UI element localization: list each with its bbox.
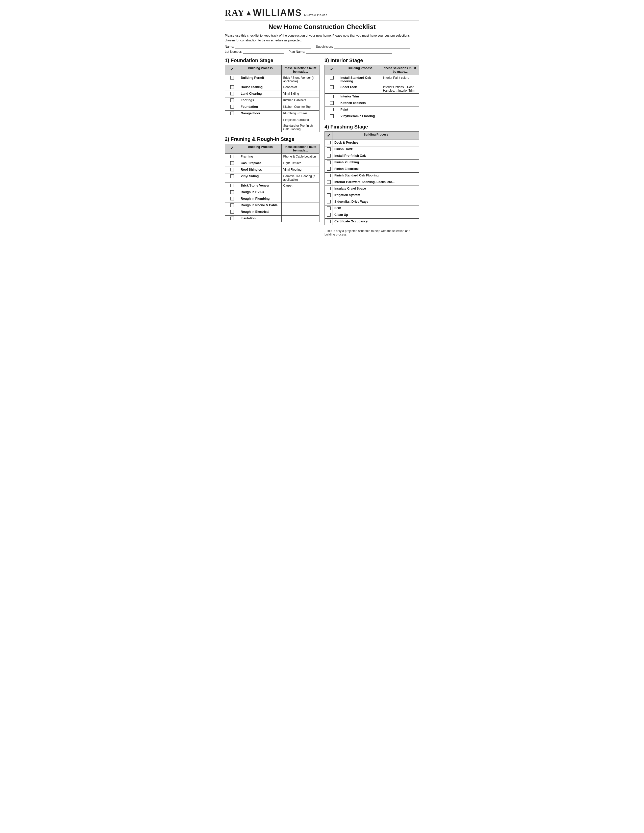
checkbox[interactable] xyxy=(327,148,331,151)
selection-cell: Roof color xyxy=(282,84,319,91)
process-cell: Insulation xyxy=(239,215,282,222)
checkbox[interactable] xyxy=(327,141,331,145)
process-cell: Footings xyxy=(239,97,282,104)
finishing-row: Finish HAVC xyxy=(325,146,419,153)
checkbox[interactable] xyxy=(327,213,331,217)
name-input[interactable] xyxy=(235,45,311,48)
subdivision-label: Subdivision: xyxy=(316,45,333,48)
framing-row: Rough In Electrical xyxy=(225,209,319,215)
checkbox[interactable] xyxy=(327,220,331,223)
foundation-row: Fireplace Surround xyxy=(225,117,319,123)
process-cell xyxy=(239,117,282,123)
checkbox[interactable] xyxy=(327,206,331,210)
checkbox[interactable] xyxy=(230,168,234,171)
selection-cell xyxy=(282,209,319,215)
selection-cell xyxy=(382,100,419,106)
selection-cell: Interior Paint colors xyxy=(382,75,419,84)
process-cell: Foundation xyxy=(239,104,282,110)
interior-process-header: Building Process xyxy=(339,65,382,75)
checkbox[interactable] xyxy=(230,112,234,115)
process-cell: House Staking xyxy=(239,84,282,91)
checkbox[interactable] xyxy=(230,210,234,214)
checkbox[interactable] xyxy=(327,167,331,170)
checkbox[interactable] xyxy=(327,180,331,184)
foundation-row: Garage FloorPlumbing Fixtures xyxy=(225,110,319,117)
process-cell: SOD xyxy=(333,205,419,212)
checkbox[interactable] xyxy=(327,174,331,177)
checkbox[interactable] xyxy=(230,98,234,102)
process-cell xyxy=(239,123,282,132)
process-cell: Rough In Plumbing xyxy=(239,196,282,202)
foundation-checkmark-icon: ✓ xyxy=(227,66,237,72)
checkbox[interactable] xyxy=(327,187,331,190)
finishing-row: Sidewalks, Drive Ways xyxy=(325,199,419,205)
process-cell: Vinyl Siding xyxy=(239,173,282,182)
subdivision-field: Subdivision: xyxy=(316,45,410,48)
checkbox[interactable] xyxy=(327,200,331,203)
checkbox[interactable] xyxy=(230,92,234,95)
checkbox[interactable] xyxy=(327,193,331,197)
checkbox[interactable] xyxy=(330,95,333,98)
process-cell: Finish Electrical xyxy=(333,166,419,172)
checkbox[interactable] xyxy=(327,154,331,158)
checkbox[interactable] xyxy=(327,161,331,164)
subdivision-input[interactable] xyxy=(334,45,410,48)
selection-cell xyxy=(282,202,319,209)
selection-cell: Vinyl Flooring xyxy=(282,167,319,173)
checkbox[interactable] xyxy=(230,174,234,178)
name-field: Name: xyxy=(225,45,311,48)
selection-cell: Kitchen Cabinets xyxy=(282,97,319,104)
finishing-row: Finish Standard Oak Flooring xyxy=(325,172,419,179)
checkbox[interactable] xyxy=(230,85,234,89)
process-cell: Sheet-rock xyxy=(339,84,382,93)
intro-text: Please use this checklist to keep track … xyxy=(225,33,419,43)
checkbox[interactable] xyxy=(230,190,234,194)
finishing-row: Install Pre-finish Oak xyxy=(325,153,419,159)
foundation-row: FootingsKitchen Cabinets xyxy=(225,97,319,104)
checkbox[interactable] xyxy=(230,203,234,207)
checkbox[interactable] xyxy=(230,217,234,220)
selection-cell: Interior Options ...Door Handles, ...Int… xyxy=(382,84,419,93)
finishing-checkmark-icon: ✓ xyxy=(326,133,331,138)
selection-cell: Carpet xyxy=(282,182,319,189)
finishing-row: Finish Electrical xyxy=(325,166,419,172)
process-cell: Finish HAVC xyxy=(333,146,419,153)
checkbox[interactable] xyxy=(230,197,234,200)
foundation-header-row: ✓ Building Process these selections must… xyxy=(225,65,319,75)
checkbox[interactable] xyxy=(230,76,234,79)
lot-input[interactable] xyxy=(243,50,283,53)
checkbox[interactable] xyxy=(230,161,234,165)
logo-arrow-icon: ▲ xyxy=(245,9,253,17)
process-cell: Garage Floor xyxy=(239,110,282,117)
process-cell: Interior Hardware-Shelving, Locks, etc..… xyxy=(333,179,419,185)
foundation-row: Standard or Pre-finish Oak Flooring xyxy=(225,123,319,132)
selection-cell xyxy=(282,196,319,202)
checkbox[interactable] xyxy=(230,184,234,187)
logo-williams: WILLIAMS xyxy=(253,8,302,18)
interior-row: Interior Trim xyxy=(325,93,419,100)
checkbox[interactable] xyxy=(330,85,333,89)
checkbox[interactable] xyxy=(330,101,333,105)
framing-row: Brick/Stone VeneerCarpet xyxy=(225,182,319,189)
finishing-table: ✓ Building Process Deck & PorchesFinish … xyxy=(325,131,419,225)
process-cell: Install Standard Oak Flooring xyxy=(339,75,382,84)
checkbox[interactable] xyxy=(330,76,333,79)
form-row-2: Lot Number: Plan Name: xyxy=(225,50,419,53)
checkbox[interactable] xyxy=(230,105,234,109)
finishing-row: Clean Up xyxy=(325,212,419,218)
interior-stage-title: 3) Interior Stage xyxy=(325,58,419,63)
form-fields: Name: Subdivision: Lot Number: Plan Name… xyxy=(225,45,419,54)
checkbox[interactable] xyxy=(230,155,234,158)
finishing-header-row: ✓ Building Process xyxy=(325,131,419,140)
lot-label: Lot Number: xyxy=(225,50,242,53)
finishing-row: Interior Hardware-Shelving, Locks, etc..… xyxy=(325,179,419,185)
left-column: 1) Foundation Stage ✓ Building Process t… xyxy=(225,58,319,236)
plan-input[interactable] xyxy=(306,50,392,53)
foundation-process-header: Building Process xyxy=(239,65,282,75)
plan-field: Plan Name: xyxy=(289,50,392,53)
selection-cell: Standard or Pre-finish Oak Flooring xyxy=(282,123,319,132)
checkbox[interactable] xyxy=(330,108,333,111)
selection-cell: Vinyl Siding xyxy=(282,91,319,97)
framing-row: FramingPhone & Cable Location xyxy=(225,153,319,160)
checkbox[interactable] xyxy=(330,114,333,118)
